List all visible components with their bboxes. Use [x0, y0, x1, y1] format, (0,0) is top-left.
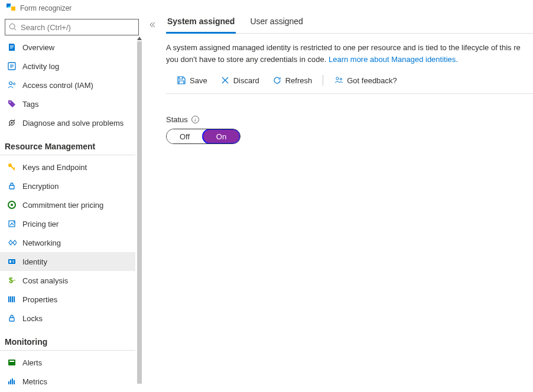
toggle-on[interactable]: On — [202, 129, 240, 144]
sidebar-item-commitment-tier-pricing[interactable]: Commitment tier pricing — [0, 195, 144, 214]
sidebar-item-pricing-tier[interactable]: Pricing tier — [0, 214, 144, 233]
search-input-wrap[interactable] — [5, 19, 139, 35]
svg-rect-26 — [14, 296, 15, 302]
feedback-button[interactable]: Got feedback? — [328, 73, 403, 87]
sidebar-item-label: Activity log — [22, 62, 59, 71]
sidebar-item-activity-log[interactable]: Activity log — [0, 57, 144, 76]
toolbar: Save Discard Refresh Got feedback? — [166, 73, 533, 94]
sidebar-item-alerts[interactable]: Alerts — [0, 353, 144, 372]
main-content: System assignedUser assigned A system as… — [161, 0, 533, 392]
sidebar-item-label: Cost analysis — [22, 276, 68, 285]
section-header-resource-management: Resource Management — [0, 136, 144, 155]
sidebar-item-diagnose-and-solve-problems[interactable]: Diagnose and solve problems — [0, 113, 144, 132]
commitment-icon — [7, 200, 17, 210]
overview-icon — [7, 43, 17, 52]
svg-rect-23 — [8, 296, 9, 302]
svg-text:$: $ — [9, 276, 13, 285]
svg-rect-31 — [10, 380, 11, 384]
search-row — [0, 19, 144, 38]
sidebar-item-label: Tags — [22, 100, 38, 109]
svg-rect-33 — [14, 380, 15, 384]
sidebar-item-label: Pricing tier — [22, 220, 58, 228]
sidebar-item-networking[interactable]: Networking — [0, 233, 144, 252]
discard-button[interactable]: Discard — [214, 73, 265, 87]
cost-icon: $ — [7, 276, 17, 285]
chevron-double-left-icon — [149, 21, 156, 28]
refresh-icon — [272, 76, 282, 85]
properties-icon — [7, 295, 17, 304]
svg-rect-2 — [10, 45, 14, 46]
breadcrumb-text: Form recognizer — [20, 4, 72, 12]
networking-icon — [7, 238, 17, 247]
tab-user-assigned[interactable]: User assigned — [249, 12, 304, 34]
form-recognizer-icon — [5, 2, 17, 14]
sidebar-item-label: Commitment tier pricing — [22, 201, 103, 210]
svg-rect-30 — [8, 381, 9, 384]
scrollbar-thumb[interactable] — [137, 41, 142, 384]
sidebar-item-metrics[interactable]: Metrics — [0, 372, 144, 391]
sidebar-item-label: Metrics — [22, 377, 47, 386]
search-input[interactable] — [21, 23, 135, 32]
sidebar-item-identity[interactable]: Identity — [0, 252, 144, 271]
discard-label: Discard — [233, 76, 259, 85]
identity-icon — [7, 257, 17, 266]
sidebar-item-label: Encryption — [22, 182, 58, 191]
feedback-label: Got feedback? — [347, 76, 397, 85]
sidebar-item-access-control-iam-[interactable]: Access control (IAM) — [0, 76, 144, 94]
sidebar: Form recognizer OverviewActivity logAcce… — [0, 0, 144, 392]
svg-point-16 — [11, 204, 13, 206]
sidebar-scrollbar[interactable] — [135, 35, 144, 392]
encryption-icon — [7, 181, 17, 191]
status-section: Status i Off On — [166, 115, 533, 144]
sidebar-item-label: Overview — [22, 43, 54, 52]
svg-rect-19 — [9, 260, 11, 263]
svg-rect-14 — [9, 185, 14, 189]
svg-rect-24 — [10, 296, 11, 302]
sidebar-item-encryption[interactable]: Encryption — [0, 177, 144, 195]
svg-rect-28 — [8, 360, 15, 365]
svg-rect-4 — [10, 48, 12, 48]
sidebar-item-keys-and-endpoint[interactable]: Keys and Endpoint — [0, 158, 144, 177]
svg-point-11 — [9, 102, 11, 103]
sidebar-item-properties[interactable]: Properties — [0, 290, 144, 309]
scrollbar-up-icon[interactable] — [137, 37, 142, 40]
sidebar-item-tags[interactable]: Tags — [0, 94, 144, 113]
toolbar-separator — [323, 75, 323, 86]
toggle-off[interactable]: Off — [167, 129, 203, 143]
learn-more-link[interactable]: Learn more about Managed identities. — [329, 55, 458, 64]
access-icon — [7, 80, 17, 90]
svg-line-1 — [14, 28, 17, 31]
svg-rect-18 — [8, 259, 15, 264]
status-label-row: Status i — [166, 115, 533, 124]
keys-icon — [7, 162, 17, 172]
description-line2: you don't have to store any credentials … — [166, 55, 329, 64]
locks-icon — [7, 313, 17, 323]
status-toggle[interactable]: Off On — [166, 129, 240, 144]
sidebar-item-overview[interactable]: Overview — [0, 38, 144, 57]
breadcrumb-row: Form recognizer — [0, 0, 144, 19]
sidebar-item-cost-analysis[interactable]: $Cost analysis — [0, 271, 144, 290]
svg-rect-25 — [12, 296, 13, 302]
svg-point-10 — [13, 83, 15, 84]
svg-rect-3 — [10, 47, 14, 47]
collapse-sidebar-button[interactable] — [147, 19, 158, 32]
sidebar-item-label: Networking — [22, 239, 61, 247]
svg-rect-29 — [9, 361, 14, 362]
metrics-icon — [7, 377, 17, 386]
sidebar-item-label: Diagnose and solve problems — [22, 119, 124, 128]
diagnose-icon — [7, 118, 17, 128]
svg-point-9 — [9, 82, 12, 85]
svg-rect-32 — [12, 378, 13, 384]
alerts-icon — [7, 358, 17, 367]
sidebar-item-label: Alerts — [22, 358, 42, 367]
discard-icon — [220, 76, 230, 85]
save-label: Save — [190, 76, 207, 85]
refresh-button[interactable]: Refresh — [266, 73, 318, 87]
tab-system-assigned[interactable]: System assigned — [166, 12, 236, 34]
description-line1: A system assigned managed identity is re… — [166, 43, 521, 52]
info-icon[interactable]: i — [191, 116, 199, 123]
save-button[interactable]: Save — [171, 73, 213, 87]
sidebar-item-locks[interactable]: Locks — [0, 309, 144, 328]
tabs: System assignedUser assigned — [166, 12, 533, 34]
sidebar-item-label: Keys and Endpoint — [22, 163, 87, 172]
